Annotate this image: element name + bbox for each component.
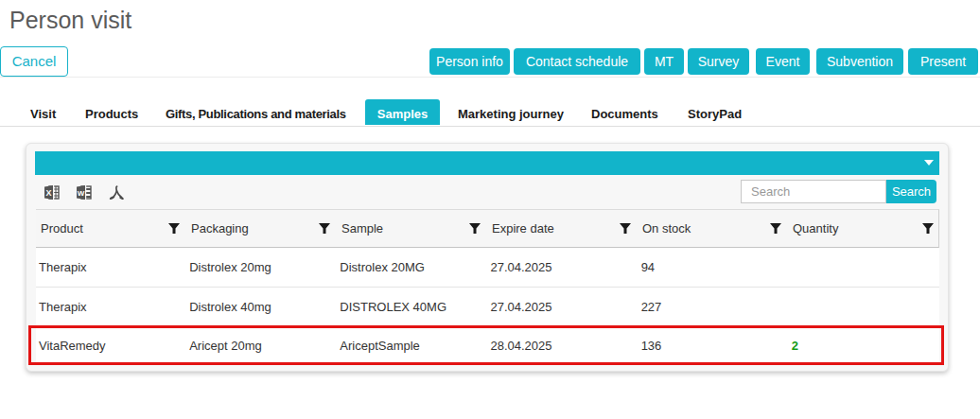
svg-text:X: X <box>45 188 51 198</box>
svg-text:W: W <box>78 189 85 198</box>
